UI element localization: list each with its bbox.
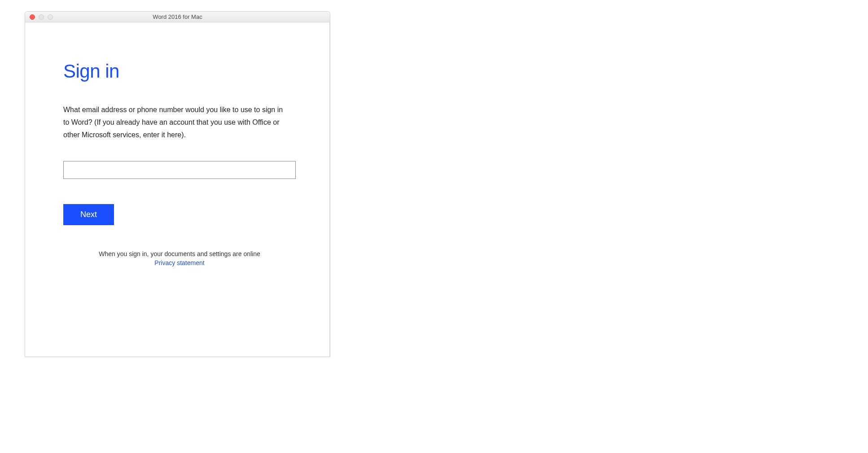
signin-content: Sign in What email address or phone numb…: [25, 22, 329, 266]
email-field[interactable]: [63, 161, 296, 179]
window-title: Word 2016 for Mac: [25, 13, 330, 20]
signin-window: Word 2016 for Mac Sign in What email add…: [25, 11, 330, 357]
next-button[interactable]: Next: [63, 204, 114, 225]
maximize-icon[interactable]: [48, 14, 53, 20]
traffic-lights: [25, 14, 53, 20]
privacy-statement-link[interactable]: Privacy statement: [63, 259, 296, 266]
footer-note: When you sign in, your documents and set…: [63, 250, 296, 257]
page-title: Sign in: [63, 61, 291, 82]
titlebar[interactable]: Word 2016 for Mac: [25, 12, 330, 22]
signin-description: What email address or phone number would…: [63, 104, 288, 141]
close-icon[interactable]: [30, 14, 35, 20]
window-body: Sign in What email address or phone numb…: [25, 22, 330, 357]
minimize-icon[interactable]: [39, 14, 44, 20]
